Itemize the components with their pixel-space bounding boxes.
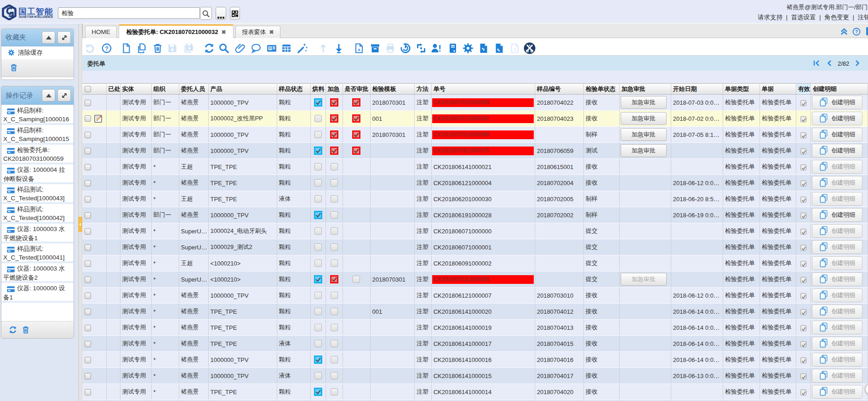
svg-text:?: ? (855, 29, 858, 34)
svg-text:X: X (514, 47, 516, 52)
svg-text:?: ? (105, 45, 108, 52)
svg-text:A: A (358, 48, 360, 52)
